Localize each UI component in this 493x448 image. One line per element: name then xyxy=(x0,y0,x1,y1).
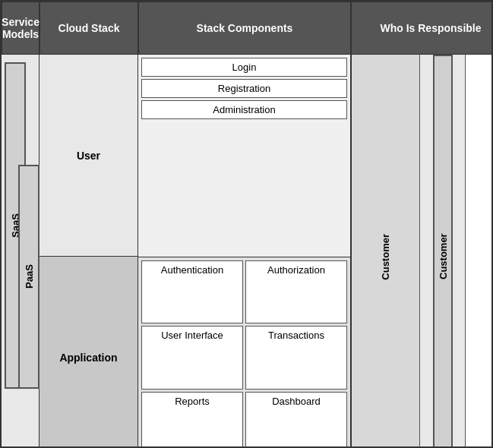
customer-label-block: Customer xyxy=(352,55,419,448)
customer-bar-label: Customer xyxy=(433,55,453,448)
authentication-box: Authentication xyxy=(141,260,243,324)
service-models-column: SaaS PaaS IaaS xyxy=(2,55,40,448)
customer-bar-user: Customer xyxy=(420,55,465,448)
paas-bar: PaaS xyxy=(18,165,40,389)
app-grid: Authentication Authorization User Interf… xyxy=(141,260,347,449)
reports-box: Reports xyxy=(141,392,243,448)
header-stack-components: Stack Components xyxy=(138,2,351,55)
authorization-box: Authorization xyxy=(245,260,347,324)
customer-bar-col: Customer Vendor xyxy=(420,55,466,448)
cloud-application: Application xyxy=(40,257,137,448)
header-service-models: Service Models xyxy=(2,2,40,55)
user-interface-box: User Interface xyxy=(141,326,243,390)
dashboard-box: Dashboard xyxy=(245,392,347,448)
registration-box: Registration xyxy=(141,79,347,98)
transactions-box: Transactions xyxy=(245,326,347,390)
administration-box: Administration xyxy=(141,100,347,119)
application-section: Authentication Authorization User Interf… xyxy=(138,257,350,449)
user-section: Login Registration Administration xyxy=(138,55,350,257)
responsible-section: Customer Vendor Customer Vendor xyxy=(351,55,466,448)
cloud-stack-column: User Application Application Stack Infra… xyxy=(40,55,138,448)
responsible-main-col: Customer Vendor xyxy=(352,55,420,448)
header-cloud-stack: Cloud Stack xyxy=(40,2,138,55)
header-who-is-responsible: Who Is Responsible xyxy=(351,2,493,55)
cloud-user: User xyxy=(40,55,137,257)
diagram: Service Models Cloud Stack Stack Compone… xyxy=(0,0,493,448)
customer-main-label: Customer xyxy=(380,234,391,280)
login-box: Login xyxy=(141,58,347,77)
stack-components-column: Login Registration Administration Authen… xyxy=(138,55,351,448)
